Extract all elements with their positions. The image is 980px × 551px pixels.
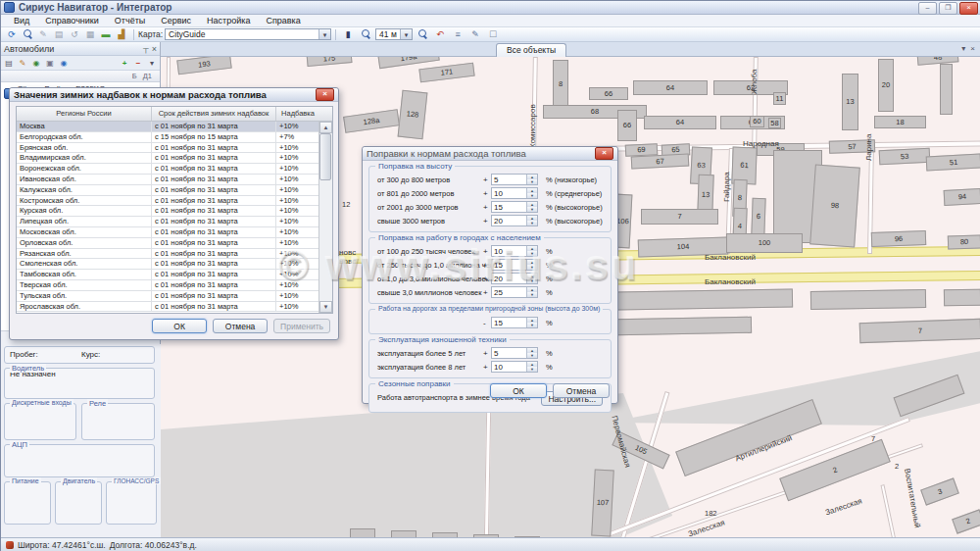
percent-spinbox[interactable]: 10▲▼ [491, 187, 538, 199]
table-row[interactable]: Тамбовская обл.с 01 ноября по 31 марта+1… [17, 270, 319, 280]
menu-item-3[interactable]: Отчёты [108, 16, 152, 25]
spin-down-icon[interactable]: ▼ [527, 323, 537, 327]
table-row[interactable]: Владимирская обл.с 01 ноября по 31 марта… [17, 153, 319, 164]
menu-item-1[interactable]: Вид [7, 16, 36, 25]
close-icon[interactable]: × [595, 147, 613, 160]
dialog2-title-bar[interactable]: Поправки к нормам расхода топлива × [363, 147, 617, 161]
ok-button[interactable]: ОК [490, 383, 547, 398]
spin-down-icon[interactable]: ▼ [527, 251, 537, 256]
history-icon[interactable]: ↺ [67, 27, 82, 41]
edit-icon[interactable]: ✎ [35, 27, 51, 41]
camera-icon[interactable]: ▣ [44, 58, 56, 69]
close-button[interactable]: × [959, 2, 978, 15]
percent-spinbox[interactable]: 15▲▼ [491, 259, 538, 271]
spin-down-icon[interactable]: ▼ [527, 367, 537, 372]
add-icon[interactable]: + [119, 58, 130, 69]
zoom-level-select[interactable]: 41 м▾ [375, 28, 413, 40]
refresh-icon[interactable]: ⟳ [4, 27, 20, 41]
sign-label: + [483, 363, 488, 372]
layers-icon[interactable]: ▤ [51, 27, 67, 41]
brush-icon[interactable]: ✎ [17, 58, 28, 69]
scroll-down-icon[interactable]: ▼ [319, 301, 332, 313]
spin-down-icon[interactable]: ▼ [527, 179, 537, 184]
pin-icon[interactable]: ┬ [143, 44, 149, 54]
table-row[interactable]: Костромская обл.с 01 ноября по 31 марта+… [17, 196, 319, 207]
scroll-thumb[interactable] [319, 133, 331, 180]
percent-spinbox[interactable]: 15▲▼ [491, 317, 538, 328]
close-panel-icon[interactable]: × [152, 44, 157, 54]
restore-button[interactable]: ❒ [939, 2, 957, 15]
chart-icon[interactable]: ▟ [114, 27, 129, 41]
tab-all-objects[interactable]: Все объекты [496, 43, 566, 58]
grid-icon[interactable]: ▦ [82, 27, 98, 41]
spin-down-icon[interactable]: ▼ [527, 207, 537, 212]
percent-spinbox[interactable]: 15▲▼ [491, 201, 538, 213]
spin-down-icon[interactable]: ▼ [527, 292, 537, 297]
suffix-label: % [546, 247, 553, 256]
menu-item-5[interactable]: Настройка [200, 16, 257, 25]
table-row[interactable]: Московская обл.с 01 ноября по 31 марта+1… [17, 227, 319, 238]
cancel-button[interactable]: Отмена [213, 319, 268, 333]
tab-close-icon[interactable]: × [970, 44, 975, 53]
percent-spinbox[interactable]: 10▲▼ [491, 361, 538, 373]
globe-icon[interactable]: ◉ [30, 58, 42, 69]
table-scrollbar[interactable]: ▲ ▼ [318, 122, 332, 313]
table-row[interactable]: Калужская обл.с 01 ноября по 31 марта+10… [17, 185, 319, 196]
table-row[interactable]: Орловская обл.с 01 ноября по 31 марта+10… [17, 238, 319, 249]
cancel-button[interactable]: Отмена [553, 383, 610, 398]
table-row[interactable]: Ярославская обл.с 01 ноября по 31 марта+… [17, 302, 319, 313]
menu-item-6[interactable]: Справка [259, 16, 307, 25]
chevron-down-icon[interactable]: ▾ [318, 29, 330, 39]
percent-spinbox[interactable]: 25▲▼ [491, 286, 538, 298]
table-row[interactable]: Брянская обл.с 01 ноября по 31 марта+10% [17, 143, 319, 154]
table-row[interactable]: Тульская обл.с 01 ноября по 31 марта+10% [17, 291, 319, 302]
spin-down-icon[interactable]: ▼ [527, 265, 537, 270]
dialog1-title-bar[interactable]: Значения зимних надбавок к нормам расход… [10, 88, 338, 102]
list-icon[interactable]: ≡ [450, 27, 466, 41]
percent-spinbox[interactable]: 5▲▼ [491, 347, 538, 359]
percent-spinbox[interactable]: 20▲▼ [491, 215, 538, 226]
percent-spinbox[interactable]: 5▲▼ [491, 174, 538, 185]
table-row[interactable]: Белгородская обл.с 15 ноября по 15 марта… [17, 132, 319, 143]
header-region[interactable]: Регионы России [17, 107, 152, 121]
vehicle-icon[interactable]: ▬ [98, 27, 114, 41]
view-dropdown-icon[interactable]: ▾ [146, 58, 158, 69]
minimize-button[interactable]: – [918, 2, 937, 15]
table-row[interactable]: Ивановская обл.с 01 ноября по 31 марта+1… [17, 175, 319, 185]
table-row[interactable]: Рязанская обл.с 01 ноября по 31 марта+10… [17, 249, 319, 260]
print-icon[interactable]: ▤ [3, 58, 15, 69]
spin-down-icon[interactable]: ▼ [527, 353, 537, 358]
chevron-down-icon[interactable]: ▾ [400, 29, 412, 39]
world-icon[interactable]: ◉ [58, 58, 70, 69]
header-allowance[interactable]: Надбавка [276, 107, 319, 121]
spin-down-icon[interactable]: ▼ [527, 193, 537, 198]
percent-spinbox[interactable]: 10▲▼ [491, 245, 538, 257]
select-icon[interactable]: ☐ [485, 27, 501, 41]
table-row[interactable]: Тверская обл.с 01 ноября по 31 марта+10% [17, 280, 319, 291]
tab-scroll-icon[interactable]: ▾ [961, 44, 965, 53]
remove-icon[interactable]: − [132, 58, 144, 69]
undo-icon[interactable]: ↶ [432, 27, 448, 41]
report-icon[interactable]: ✎ [467, 27, 483, 41]
zoom-in-icon[interactable] [358, 27, 373, 41]
map-select[interactable]: CityGuide ▾ [165, 28, 331, 40]
table-row[interactable]: Воронежская обл.с 01 ноября по 31 марта+… [17, 164, 319, 175]
building-label: 11 [776, 94, 784, 103]
zoom-out-icon[interactable] [415, 27, 430, 41]
menu-item-2[interactable]: Справочники [38, 16, 106, 25]
spin-down-icon[interactable]: ▼ [527, 221, 537, 225]
spin-down-icon[interactable]: ▼ [527, 278, 537, 283]
search-icon[interactable] [20, 27, 35, 41]
header-period[interactable]: Срок действия зимних надбавок [152, 107, 276, 121]
percent-spinbox[interactable]: 20▲▼ [491, 273, 538, 284]
group-label: Поправка на высоту [375, 162, 455, 171]
table-row[interactable]: Липецкая обл.с 01 ноября по 31 марта+10% [17, 217, 319, 227]
menu-item-4[interactable]: Сервис [154, 16, 198, 25]
table-row[interactable]: Курская обл.с 01 ноября по 31 марта+10% [17, 206, 319, 217]
table-row[interactable]: Смоленская обл.с 01 ноября по 31 марта+1… [17, 259, 319, 270]
close-icon[interactable]: × [316, 88, 334, 101]
marker-toggle-icon[interactable]: ▮ [340, 27, 356, 41]
scroll-up-icon[interactable]: ▲ [319, 122, 332, 133]
ok-button[interactable]: ОК [152, 319, 207, 333]
table-row[interactable]: Москвас 01 ноября по 31 марта+10% [17, 122, 319, 132]
